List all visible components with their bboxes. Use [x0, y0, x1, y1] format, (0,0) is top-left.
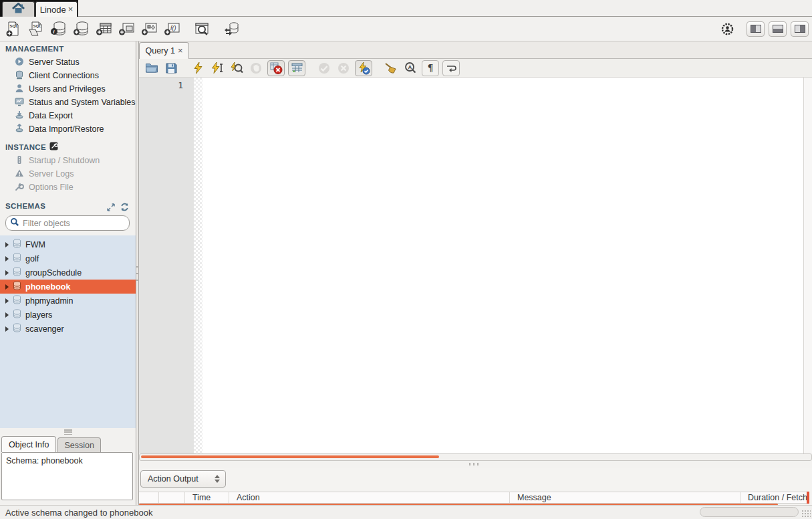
execute-icon[interactable]: [190, 60, 206, 76]
toggle-autocommit-button[interactable]: [355, 60, 372, 76]
search-objects-icon[interactable]: [192, 20, 211, 37]
schema-filter-input[interactable]: [23, 219, 116, 228]
expander-icon[interactable]: [5, 284, 9, 290]
sql-editor-toolbar: A ¶: [139, 59, 812, 78]
column-header-message[interactable]: Message: [510, 492, 740, 503]
expander-icon[interactable]: [5, 312, 9, 318]
sidebar-item-system-variables[interactable]: Status and System Variables: [0, 96, 136, 109]
column-header-duration[interactable]: Duration / Fetch: [740, 492, 807, 503]
connection-tab-linode[interactable]: Linode ×: [35, 1, 78, 17]
new-sql-script-icon[interactable]: SQL: [4, 20, 22, 37]
output-splitter-handle[interactable]: [469, 463, 479, 465]
sidebar-item-client-connections[interactable]: Client Connections: [0, 69, 136, 82]
output-view-selector[interactable]: Action Output: [140, 470, 226, 488]
column-header-blank-1[interactable]: [139, 492, 159, 503]
admin-gear-icon[interactable]: [718, 20, 736, 37]
sidebar-item-data-export[interactable]: Data Export: [0, 109, 136, 122]
toggle-stop-on-error-button[interactable]: [267, 60, 285, 76]
commit-icon[interactable]: [316, 60, 332, 76]
open-sql-script-icon[interactable]: SQL: [27, 20, 45, 37]
expander-icon[interactable]: [5, 256, 9, 262]
save-icon[interactable]: [163, 60, 179, 76]
output-panel: Action Output Time Action Message Durati…: [139, 468, 812, 505]
new-table-icon[interactable]: [95, 20, 113, 37]
schema-row-players[interactable]: players: [0, 308, 136, 322]
rollback-icon[interactable]: [335, 60, 352, 76]
schema-row-phpmyadmin[interactable]: phpmyadmin: [0, 294, 136, 308]
window-tab-bar: Linode ×: [0, 0, 812, 17]
find-icon[interactable]: A: [402, 60, 418, 76]
tab-object-info[interactable]: Object Info: [1, 436, 56, 452]
schema-row-groupschedule[interactable]: groupSchedule: [0, 266, 136, 280]
output-vscroll-thumb[interactable]: [807, 492, 809, 504]
editor-vertical-scrollbar[interactable]: [803, 78, 812, 453]
output-splitter[interactable]: [139, 461, 812, 468]
editor-horizontal-scrollbar[interactable]: [139, 453, 812, 461]
toggle-bottom-panel-button[interactable]: [769, 21, 787, 37]
expand-schemas-icon[interactable]: [107, 202, 115, 214]
client-connections-icon: [15, 70, 24, 82]
schema-row-golf[interactable]: golf: [0, 251, 136, 266]
close-icon[interactable]: ×: [68, 6, 74, 13]
column-header-time[interactable]: Time: [185, 492, 229, 503]
sql-editor[interactable]: 1: [139, 78, 812, 453]
new-view-icon[interactable]: [118, 20, 136, 37]
line-number: 1: [178, 80, 183, 90]
new-function-icon[interactable]: f(): [163, 20, 181, 37]
open-file-icon[interactable]: [144, 60, 160, 76]
close-icon[interactable]: ×: [178, 47, 183, 54]
refresh-schemas-icon[interactable]: [120, 202, 129, 214]
bottom-panel-glyph: [773, 25, 783, 33]
new-schema-icon[interactable]: [72, 20, 90, 37]
explain-icon[interactable]: [229, 60, 245, 76]
spinner-icon: [215, 475, 220, 483]
svg-text:A: A: [408, 64, 412, 70]
schema-row-phonebook[interactable]: phonebook: [0, 280, 136, 294]
sidebar-item-data-import[interactable]: Data Import/Restore: [0, 122, 136, 136]
schema-filter[interactable]: [5, 215, 130, 231]
toggle-wrap-button[interactable]: [442, 60, 460, 76]
main-toolbar: SQL SQL i f(): [0, 17, 812, 41]
sidebar-item-server-logs[interactable]: Server Logs: [0, 167, 136, 181]
schema-icon: [13, 267, 21, 278]
new-procedure-icon[interactable]: [140, 20, 158, 37]
options-file-icon: [15, 182, 24, 193]
stop-icon[interactable]: [248, 60, 264, 76]
reconnect-database-icon[interactable]: [222, 20, 240, 37]
execute-current-icon[interactable]: [209, 60, 225, 76]
schema-row-scavenger[interactable]: scavenger: [0, 322, 136, 336]
sidebar-item-options-file[interactable]: Options File: [0, 181, 136, 194]
sidebar-splitter-grip[interactable]: [64, 429, 72, 435]
schema-icon: [13, 295, 21, 306]
editor-text-area[interactable]: [202, 78, 803, 453]
output-table-header: Time Action Message Duration / Fetch: [139, 492, 807, 504]
limit-rows-button[interactable]: [288, 60, 305, 76]
status-bar: Active schema changed to phonebook: [0, 505, 812, 519]
toggle-left-panel-button[interactable]: [747, 21, 765, 37]
show-invisibles-button[interactable]: ¶: [422, 60, 439, 76]
sidebar-item-users-privileges[interactable]: Users and Privileges: [0, 82, 136, 96]
expander-icon[interactable]: [5, 270, 9, 276]
sidebar-item-startup-shutdown[interactable]: Startup / Shutdown: [0, 154, 136, 167]
expander-icon[interactable]: [5, 242, 9, 247]
beautify-icon[interactable]: [383, 60, 399, 76]
window-resize-grip[interactable]: [801, 510, 811, 518]
sidebar-item-server-status[interactable]: Server Status: [0, 56, 136, 69]
home-tab[interactable]: [2, 1, 35, 17]
editor-hscroll-thumb[interactable]: [141, 455, 439, 458]
column-header-blank-2[interactable]: [159, 492, 185, 503]
pilcrow-icon: ¶: [428, 62, 433, 74]
schema-row-fwm[interactable]: FWM: [0, 237, 136, 251]
server-status-icon: [15, 57, 24, 68]
schemas-section-title: SCHEMAS: [5, 202, 45, 210]
expander-icon[interactable]: [5, 326, 9, 332]
toggle-right-panel-button[interactable]: [791, 21, 809, 37]
user-icon: [15, 84, 24, 95]
schema-icon: [13, 323, 21, 334]
tab-query-1[interactable]: Query 1 ×: [139, 42, 189, 59]
expander-icon[interactable]: [5, 298, 9, 304]
wrench-badge-icon: [49, 142, 58, 152]
column-header-action[interactable]: Action: [229, 492, 510, 503]
schema-inspector-icon[interactable]: i: [49, 20, 67, 37]
tab-session[interactable]: Session: [57, 437, 100, 452]
